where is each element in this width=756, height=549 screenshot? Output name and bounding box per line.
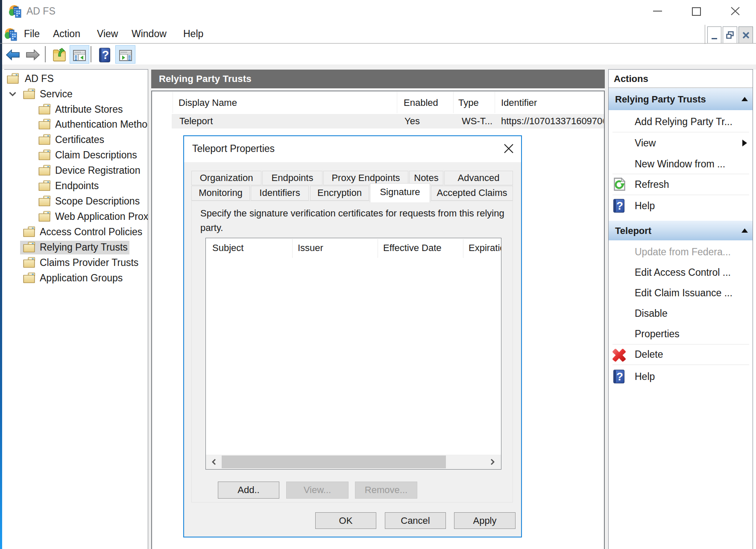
svg-text:?: ? — [102, 49, 109, 61]
svg-text:?: ? — [616, 370, 623, 383]
svg-text:?: ? — [616, 199, 623, 212]
